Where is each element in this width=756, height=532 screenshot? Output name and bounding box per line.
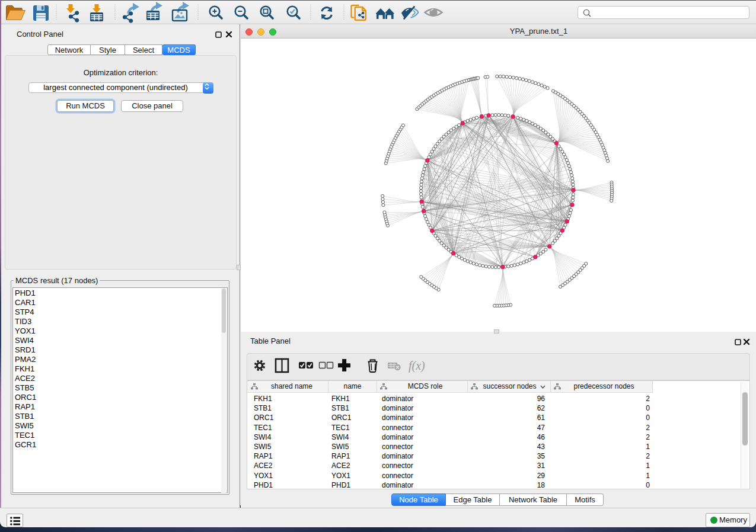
- svg-text:f(x): f(x): [409, 359, 425, 373]
